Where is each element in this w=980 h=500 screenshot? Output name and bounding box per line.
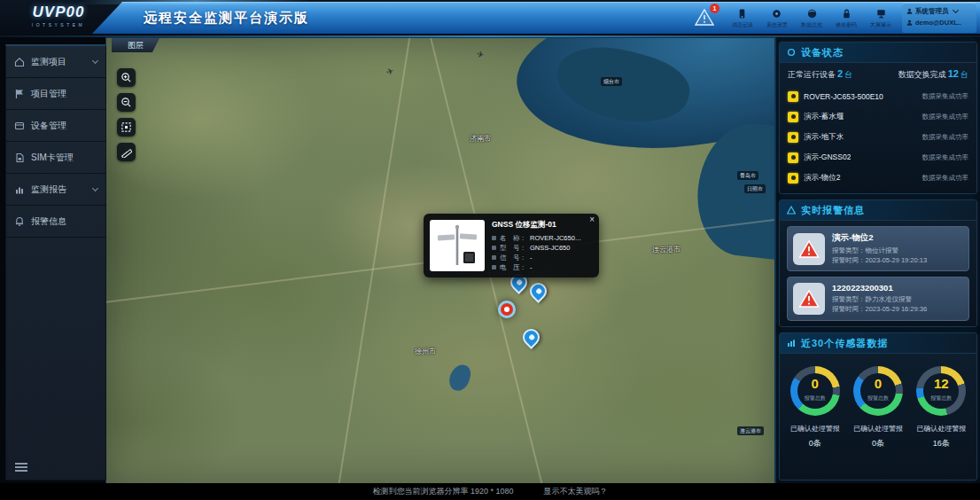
alarm-card[interactable]: 1220223200301 报警类型：静力水准仪报警 报警时间：2023-05-…: [787, 277, 969, 321]
map-controls: [117, 68, 136, 168]
layers-tab[interactable]: 图层: [112, 38, 159, 52]
settings-label: 系统设置: [766, 21, 788, 28]
password-label: 修改密码: [836, 21, 857, 28]
exchanged-count: 12: [946, 68, 961, 79]
warning-badge: [793, 233, 825, 265]
device-status-header: 设备状态: [780, 43, 976, 63]
sensor-stats-header: 近30个传感器数据: [780, 333, 976, 354]
road-line: [333, 37, 413, 485]
close-icon[interactable]: [589, 215, 595, 224]
sidebar-item-reports[interactable]: 监测报告: [6, 174, 105, 206]
device-marker-pin[interactable]: [519, 325, 543, 349]
device-list-item[interactable]: ROVER-JC653-500E10 数据采集成功率: [788, 86, 968, 106]
overview-label: 数据总览: [801, 21, 822, 28]
device-status: 数据采集成功率: [922, 92, 969, 101]
panel-title: 实时报警信息: [801, 204, 865, 217]
ruler-icon: [121, 146, 132, 158]
resolution-tip: 检测到您当前浏览器分辨率 1920 * 1080: [372, 486, 513, 497]
city-label: 济南市: [470, 134, 491, 144]
alarm-count-badge: 1: [710, 4, 719, 13]
alarm-card-body: 1220223200301 报警类型：静力水准仪报警 报警时间：2023-05-…: [832, 283, 927, 315]
realtime-alarm-panel: 实时报警信息 演示-物位2 报警类型：物位计报警 报警时间：2023-05-29…: [779, 199, 977, 327]
gauge-item: 0报警总数 已确认处理警报 0条: [786, 366, 844, 449]
chart-icon: [14, 184, 25, 195]
bigscreen-label: 大屏展示: [870, 21, 891, 28]
warning-badge: [793, 283, 825, 315]
city-chip: 青岛市: [737, 171, 758, 180]
sidebar-item-sim-mgmt[interactable]: SIM卡管理: [6, 142, 105, 174]
device-icon: [788, 132, 798, 143]
account-name: 系统管理员: [915, 5, 949, 17]
bigscreen-button[interactable]: 大屏展示: [864, 4, 898, 33]
gauge-value: 12: [934, 377, 949, 390]
gauge-inner-label: 报警总数: [805, 392, 826, 405]
sidebar-item-label: 监测项目: [31, 56, 66, 68]
field-value: GNSS-JC650: [530, 243, 570, 253]
device-box-icon: [14, 121, 25, 131]
sim-card-icon: [14, 152, 25, 163]
device-list-item[interactable]: 演示-地下水 数据采集成功率: [788, 127, 968, 147]
red-warning-triangle-icon: [798, 239, 820, 259]
settings-button[interactable]: 系统设置: [759, 4, 794, 33]
device-icon: [788, 91, 798, 102]
page-title: 远程安全监测平台演示版: [131, 0, 322, 35]
zoom-out-button[interactable]: [117, 93, 136, 112]
airport-icon: ✈: [385, 66, 395, 77]
sidebar-item-alarms[interactable]: 报警信息: [6, 206, 105, 238]
chevron-down-icon: [952, 7, 958, 13]
sidebar-item-label: 报警信息: [31, 215, 66, 228]
device-photo: [430, 220, 485, 271]
bell-icon: [14, 216, 25, 227]
bottom-status-bar: 检测到您当前浏览器分辨率 1920 * 1080 显示不太美观吗？: [0, 483, 980, 500]
sidebar-item-monitor-projects[interactable]: 监测项目: [6, 46, 105, 78]
field-value: ROVER-JC650…: [530, 233, 581, 243]
zoom-in-button[interactable]: [117, 68, 136, 87]
sidebar-item-device-mgmt[interactable]: 设备管理: [6, 110, 105, 142]
city-chip: 烟台市: [601, 77, 622, 86]
app-header: UVP00 IOTSYSTEM 远程安全监测平台演示版 1 消息记录 系统设置: [0, 0, 980, 37]
device-list-item[interactable]: 演示-GNSS02 数据采集成功率: [788, 147, 968, 168]
field-label: 信 号：: [500, 253, 526, 262]
map-canvas[interactable]: ✈ ✈ 济南市 徐州市 连云港市 烟台市 青岛市 日照市 连云港市 图层: [105, 37, 775, 485]
device-status: 数据采集成功率: [922, 174, 969, 183]
sidebar-collapse-button[interactable]: [15, 461, 27, 474]
monitor-icon: [875, 8, 887, 20]
sidebar-nav: 监测项目 项目管理 设备管理 SIM卡管理 监测报告: [5, 44, 106, 480]
sidebar-item-project-mgmt[interactable]: 项目管理: [6, 78, 105, 110]
field-label: 名 称：: [500, 233, 526, 243]
messages-button[interactable]: 消息记录: [725, 4, 759, 33]
selected-device-marker[interactable]: [498, 301, 516, 318]
alarm-bell-button[interactable]: 1: [693, 6, 716, 29]
overview-button[interactable]: 数据总览: [794, 4, 828, 33]
device-marker-pin[interactable]: [526, 279, 550, 303]
sidebar-item-label: 设备管理: [31, 120, 66, 132]
device-status-panel: 设备状态 正常运行设备2台 数据交换完成12台 ROVER-JC653-500E…: [779, 42, 977, 194]
alarm-type: 静力水准仪报警: [866, 295, 913, 303]
account-menu[interactable]: 系统管理员 demo@DUXL..: [902, 3, 976, 33]
gauge-inner-label: 报警总数: [930, 392, 952, 405]
panel-title: 近30个传感器数据: [801, 337, 888, 350]
full-extent-button[interactable]: [117, 118, 136, 137]
sensor-stats-panel: 近30个传感器数据 0报警总数 已确认处理警报 0条 0报警总数 已确认处理警报…: [779, 332, 977, 480]
field-label: 型 号：: [500, 243, 526, 253]
gauge-item: 12报警总数 已确认处理警报 16条: [912, 366, 970, 449]
airport-icon: ✈: [476, 49, 485, 60]
measure-button[interactable]: [117, 143, 136, 161]
phone-icon: [736, 8, 748, 20]
red-warning-triangle-icon: [798, 289, 820, 309]
city-chip: 日照市: [744, 184, 766, 193]
device-list-item[interactable]: 演示-蓄水堰 数据采集成功率: [788, 106, 968, 127]
chevron-down-icon: [92, 185, 98, 191]
alarm-card[interactable]: 演示-物位2 报警类型：物位计报警 报警时间：2023-05-29 19:20:…: [787, 226, 969, 271]
alarm-time: 2023-05-29 16:29:36: [866, 305, 928, 313]
device-icon: [788, 152, 798, 163]
gauge-label: 已确认处理警报: [786, 424, 844, 434]
donut-chart: 0报警总数: [853, 366, 903, 416]
device-list-item[interactable]: 演示-物位2 数据采集成功率: [788, 168, 968, 188]
password-button[interactable]: 修改密码: [829, 4, 864, 33]
header-toolbar: 消息记录 系统设置 数据总览 修改密码: [725, 4, 898, 33]
donut-chart: 0报警总数: [790, 366, 840, 416]
alarm-device-name: 1220223200301: [832, 283, 927, 293]
device-name: ROVER-JC653-500E10: [804, 92, 883, 101]
zoom-in-icon: [121, 72, 132, 83]
